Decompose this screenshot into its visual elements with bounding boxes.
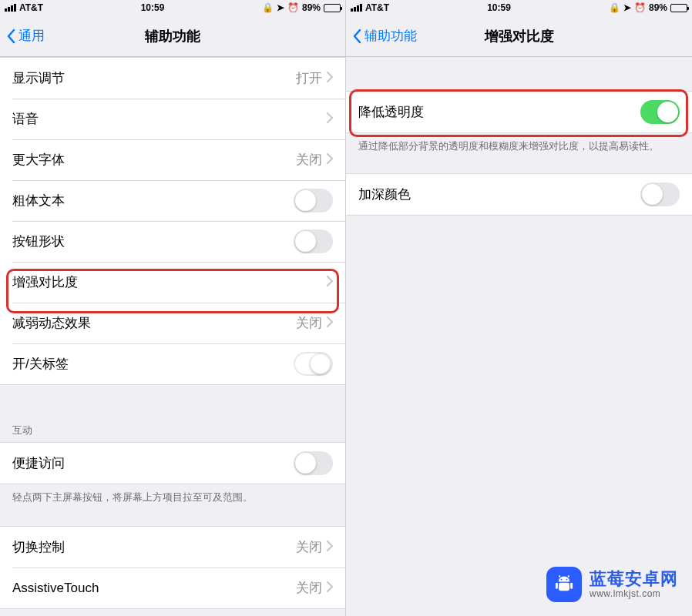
watermark-title: 蓝莓安卓网	[590, 570, 678, 588]
footer-note-reachability: 轻点两下主屏幕按钮，将屏幕上方项目拉至可及范围。	[0, 484, 345, 511]
signal-icon	[5, 4, 16, 12]
chevron-right-icon	[327, 72, 333, 85]
cell-value: 关闭	[296, 151, 322, 169]
chevron-right-icon	[327, 316, 333, 330]
cell-value: 关闭	[296, 314, 322, 332]
chevron-right-icon	[327, 581, 333, 595]
cell-label: 加深颜色	[358, 186, 411, 203]
cell-label: 语音	[12, 110, 39, 128]
back-label: 辅助功能	[364, 27, 417, 45]
carrier-label: AT&T	[365, 2, 389, 13]
watermark-url: www.lmkjst.com	[590, 589, 678, 599]
toggle-button-shapes[interactable]	[294, 229, 333, 253]
battery-percent: 89%	[649, 2, 667, 13]
back-button[interactable]: 辅助功能	[352, 27, 417, 45]
toggle-reduce-transparency[interactable]	[640, 100, 680, 124]
page-title: 辅助功能	[145, 27, 200, 45]
watermark: 蓝莓安卓网 www.lmkjst.com	[546, 567, 678, 602]
svg-rect-2	[559, 583, 569, 591]
chevron-right-icon	[327, 276, 333, 290]
location-icon: ➤	[623, 2, 631, 13]
status-bar: AT&T 10:59 🔒 ➤ ⏰ 89%	[0, 0, 345, 15]
cell-label: 显示调节	[12, 69, 65, 87]
svg-point-6	[566, 579, 568, 581]
watermark-logo-icon	[546, 567, 582, 602]
cell-label: 开/关标签	[12, 355, 69, 373]
toggle-onoff-labels[interactable]	[294, 352, 333, 376]
row-assistive-touch[interactable]: AssistiveTouch 关闭	[0, 567, 345, 608]
status-bar: AT&T 10:59 🔒 ➤ ⏰ 89%	[346, 0, 692, 15]
row-bold-text[interactable]: 粗体文本	[0, 180, 345, 221]
signal-icon	[351, 4, 362, 12]
nav-header: 通用 辅助功能	[0, 15, 345, 57]
toggle-bold-text[interactable]	[294, 189, 333, 213]
row-switch-control[interactable]: 切换控制 关闭	[0, 527, 345, 567]
battery-icon	[670, 4, 687, 12]
row-display-accommodations[interactable]: 显示调节 打开	[0, 58, 345, 99]
section-header-interaction: 互动	[0, 385, 345, 442]
chevron-left-icon	[352, 28, 361, 44]
cell-value: 打开	[296, 69, 322, 87]
cell-label: 按钮形状	[12, 233, 65, 250]
footer-note-transparency: 通过降低部分背景的透明度和模糊度来增强对比度，以提高易读性。	[346, 133, 692, 159]
toggle-darken-colors[interactable]	[640, 182, 680, 206]
svg-point-0	[559, 575, 560, 577]
cell-label: 更大字体	[12, 151, 65, 169]
row-increase-contrast[interactable]: 增强对比度	[0, 262, 345, 303]
battery-icon	[324, 4, 341, 12]
row-reduce-transparency[interactable]: 降低透明度	[346, 92, 692, 132]
row-button-shapes[interactable]: 按钮形状	[0, 221, 345, 262]
row-larger-text[interactable]: 更大字体 关闭	[0, 139, 345, 180]
chevron-right-icon	[327, 541, 333, 554]
cell-label: 减弱动态效果	[12, 314, 91, 332]
back-button[interactable]: 通用	[6, 27, 45, 45]
row-onoff-labels[interactable]: 开/关标签	[0, 343, 345, 384]
location-icon: ➤	[277, 2, 284, 13]
cell-label: 粗体文本	[12, 192, 65, 209]
status-time: 10:59	[487, 2, 511, 13]
battery-percent: 89%	[302, 2, 321, 13]
cell-value: 关闭	[296, 579, 322, 597]
back-label: 通用	[18, 27, 45, 45]
screen-accessibility: AT&T 10:59 🔒 ➤ ⏰ 89% 通用 辅助功能 显示调节 打开 语音	[0, 0, 346, 616]
row-reachability[interactable]: 便捷访问	[0, 443, 345, 484]
svg-point-1	[568, 575, 569, 577]
screen-increase-contrast: AT&T 10:59 🔒 ➤ ⏰ 89% 辅助功能 增强对比度 降低透明度 通过…	[346, 0, 692, 616]
cell-label: 增强对比度	[12, 273, 78, 291]
nav-header: 辅助功能 增强对比度	[346, 15, 692, 57]
orientation-lock-icon: 🔒	[609, 2, 620, 13]
cell-label: 便捷访问	[12, 454, 65, 472]
svg-rect-4	[570, 583, 573, 589]
page-title: 增强对比度	[485, 27, 554, 45]
chevron-left-icon	[6, 28, 15, 44]
toggle-reachability[interactable]	[294, 451, 333, 475]
cell-label: 降低透明度	[358, 103, 424, 121]
row-speech[interactable]: 语音	[0, 99, 345, 139]
svg-point-5	[561, 579, 563, 581]
chevron-right-icon	[327, 153, 333, 167]
cell-label: 切换控制	[12, 538, 65, 556]
row-reduce-motion[interactable]: 减弱动态效果 关闭	[0, 303, 345, 343]
row-darken-colors[interactable]: 加深颜色	[346, 174, 692, 215]
cell-value: 关闭	[296, 538, 322, 556]
alarm-icon: ⏰	[287, 2, 299, 13]
cell-label: AssistiveTouch	[12, 581, 99, 596]
orientation-lock-icon: 🔒	[262, 2, 274, 13]
status-time: 10:59	[141, 2, 165, 13]
chevron-right-icon	[327, 112, 333, 126]
alarm-icon: ⏰	[634, 2, 646, 13]
carrier-label: AT&T	[19, 2, 43, 13]
svg-rect-3	[556, 583, 558, 589]
